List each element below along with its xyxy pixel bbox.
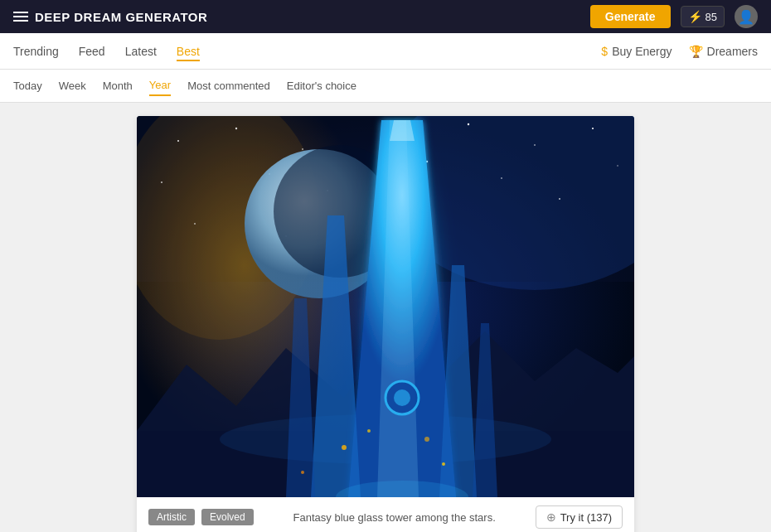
dollar-icon: $: [601, 45, 608, 58]
tags: Artistic Evolved: [148, 509, 254, 525]
filter-today[interactable]: Today: [13, 76, 42, 95]
svg-point-38: [367, 429, 371, 433]
site-title: DEEP DREAM GENERATOR: [35, 10, 207, 24]
nav-item-latest[interactable]: Latest: [125, 41, 157, 61]
image-description: Fantasy blue glass tower among the stars…: [254, 511, 536, 524]
svg-marker-31: [390, 120, 415, 141]
buy-energy-nav[interactable]: $ Buy Energy: [601, 45, 672, 58]
generate-button[interactable]: Generate: [590, 5, 671, 28]
buy-energy-label: Buy Energy: [612, 45, 672, 58]
svg-point-37: [342, 445, 347, 450]
trophy-icon: 🏆: [689, 45, 703, 58]
top-bar-left: DEEP DREAM GENERATOR: [13, 10, 207, 24]
image-container[interactable]: [137, 116, 634, 497]
nav-left: Trending Feed Latest Best: [13, 41, 200, 61]
svg-point-19: [194, 223, 196, 225]
dream-image: [137, 116, 634, 497]
top-bar: DEEP DREAM GENERATOR Generate ⚡ 85 👤: [0, 0, 771, 33]
filter-month[interactable]: Month: [103, 76, 133, 95]
nav-item-feed[interactable]: Feed: [79, 41, 105, 61]
filter-editors-choice[interactable]: Editor's choice: [287, 76, 356, 95]
svg-point-41: [442, 462, 445, 466]
svg-point-18: [559, 198, 560, 200]
svg-point-6: [235, 128, 237, 129]
plus-circle-icon: ⊕: [546, 510, 556, 524]
svg-point-5: [177, 140, 179, 142]
svg-point-13: [161, 181, 162, 183]
nav-bar: Trending Feed Latest Best $ Buy Energy 🏆…: [0, 33, 771, 70]
svg-point-12: [617, 165, 618, 167]
top-bar-right: Generate ⚡ 85 👤: [590, 5, 758, 28]
svg-point-7: [302, 148, 303, 150]
svg-point-9: [468, 123, 469, 125]
nav-right: $ Buy Energy 🏆 Dreamers: [601, 45, 758, 58]
energy-count: 85: [706, 11, 717, 23]
svg-point-40: [301, 471, 304, 474]
svg-point-30: [394, 389, 410, 406]
svg-point-39: [424, 437, 429, 442]
nav-item-trending[interactable]: Trending: [13, 41, 59, 61]
try-it-label: Try it (137): [560, 511, 612, 524]
filter-bar: Today Week Month Year Most commented Edi…: [0, 70, 771, 103]
dreamers-label: Dreamers: [707, 45, 758, 58]
energy-badge[interactable]: ⚡ 85: [681, 6, 725, 27]
nav-item-best[interactable]: Best: [177, 41, 200, 61]
avatar[interactable]: 👤: [735, 5, 758, 28]
svg-point-11: [592, 128, 594, 129]
scene-svg: [137, 116, 634, 497]
lightning-icon: ⚡: [688, 10, 702, 23]
filter-year[interactable]: Year: [149, 75, 171, 96]
card-footer: Artistic Evolved Fantasy blue glass towe…: [137, 497, 634, 532]
filter-week[interactable]: Week: [59, 76, 86, 95]
try-it-button[interactable]: ⊕ Try it (137): [536, 505, 623, 529]
dreamers-nav[interactable]: 🏆 Dreamers: [689, 45, 758, 58]
filter-most-commented[interactable]: Most commented: [187, 76, 270, 95]
tag-artistic[interactable]: Artistic: [148, 509, 195, 525]
svg-point-17: [501, 177, 502, 179]
main-content: Artistic Evolved Fantasy blue glass towe…: [0, 103, 771, 532]
tag-evolved[interactable]: Evolved: [201, 509, 254, 525]
image-card: Artistic Evolved Fantasy blue glass towe…: [137, 116, 634, 532]
svg-point-10: [534, 144, 536, 146]
hamburger-icon[interactable]: [13, 12, 28, 22]
